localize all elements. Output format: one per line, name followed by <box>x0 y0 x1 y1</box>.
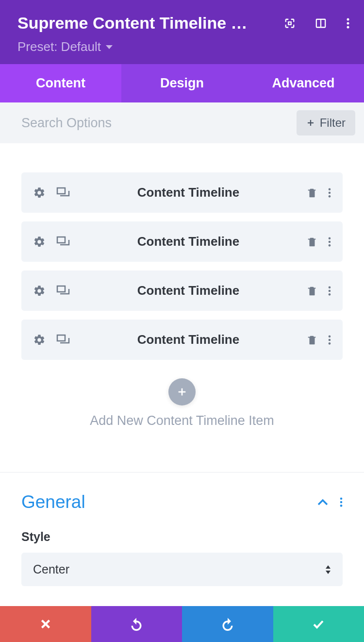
duplicate-icon[interactable] <box>56 236 70 248</box>
svg-point-20 <box>329 293 331 296</box>
timeline-item[interactable]: Content Timeline <box>21 270 343 311</box>
more-vertical-icon[interactable] <box>328 237 331 247</box>
timeline-item-label: Content Timeline <box>70 185 307 200</box>
more-vertical-icon[interactable] <box>328 335 331 345</box>
timeline-item-label: Content Timeline <box>70 332 307 347</box>
timeline-item[interactable]: Content Timeline <box>21 172 343 213</box>
svg-point-29 <box>340 505 343 507</box>
trash-icon[interactable] <box>307 285 317 297</box>
style-label: Style <box>21 530 343 544</box>
duplicate-icon[interactable] <box>56 187 70 199</box>
timeline-item[interactable]: Content Timeline <box>21 320 343 360</box>
cancel-button[interactable] <box>0 606 91 642</box>
timeline-item-label: Content Timeline <box>70 283 307 298</box>
columns-icon[interactable] <box>315 18 326 29</box>
undo-icon <box>129 617 144 631</box>
more-vertical-icon[interactable] <box>340 497 343 507</box>
svg-point-28 <box>340 501 343 504</box>
svg-rect-21 <box>57 335 65 341</box>
svg-rect-0 <box>288 22 291 25</box>
more-vertical-icon[interactable] <box>328 187 331 198</box>
svg-marker-6 <box>106 45 113 49</box>
save-button[interactable] <box>273 606 364 642</box>
gear-icon[interactable] <box>33 285 46 297</box>
svg-marker-31 <box>326 571 331 574</box>
select-arrows-icon <box>325 565 331 574</box>
timeline-items-list: Content Timeline Content Timeline <box>0 143 364 472</box>
trash-icon[interactable] <box>307 334 317 346</box>
timeline-item[interactable]: Content Timeline <box>21 221 343 262</box>
svg-point-27 <box>340 497 343 500</box>
svg-point-3 <box>347 18 349 20</box>
svg-marker-30 <box>326 565 331 569</box>
svg-point-14 <box>329 237 331 239</box>
add-new-button[interactable] <box>168 378 196 405</box>
preset-selector[interactable]: Preset: Default <box>17 39 349 54</box>
expand-icon[interactable] <box>284 18 295 29</box>
more-icon[interactable] <box>347 17 349 29</box>
svg-point-22 <box>329 335 331 338</box>
svg-point-4 <box>347 22 349 24</box>
trash-icon[interactable] <box>307 236 317 248</box>
duplicate-icon[interactable] <box>56 334 70 346</box>
search-input[interactable] <box>21 116 297 131</box>
redo-button[interactable] <box>182 606 273 642</box>
gear-icon[interactable] <box>33 236 46 248</box>
preset-prefix: Preset: <box>17 39 57 54</box>
timeline-item-label: Content Timeline <box>70 234 307 249</box>
gear-icon[interactable] <box>33 334 46 346</box>
module-header: Supreme Content Timeline … <box>0 0 364 64</box>
svg-point-19 <box>329 289 331 292</box>
preset-name: Default <box>61 39 101 54</box>
close-icon <box>39 618 52 630</box>
style-select[interactable]: Center <box>21 553 343 586</box>
svg-point-12 <box>329 195 331 198</box>
duplicate-icon[interactable] <box>56 285 70 297</box>
check-icon <box>311 618 326 630</box>
chevron-up-icon[interactable] <box>317 499 328 506</box>
filter-label: Filter <box>320 116 346 130</box>
svg-point-15 <box>329 240 331 243</box>
more-vertical-icon[interactable] <box>328 286 331 296</box>
plus-icon <box>306 118 315 127</box>
svg-point-18 <box>329 286 331 288</box>
tab-design[interactable]: Design <box>121 64 243 102</box>
svg-point-11 <box>329 191 331 194</box>
search-row: Filter <box>0 102 364 143</box>
filter-button[interactable]: Filter <box>297 110 355 135</box>
svg-point-23 <box>329 338 331 341</box>
caret-down-icon <box>106 43 113 51</box>
svg-rect-9 <box>57 188 65 194</box>
gear-icon[interactable] <box>33 186 46 199</box>
svg-point-16 <box>329 244 331 247</box>
style-value: Center <box>33 562 69 576</box>
module-title: Supreme Content Timeline … <box>17 14 248 33</box>
general-section: General Style Center <box>0 473 364 601</box>
svg-point-5 <box>347 26 349 28</box>
add-new-label: Add New Content Timeline Item <box>21 413 343 428</box>
tab-content[interactable]: Content <box>0 64 121 102</box>
svg-rect-13 <box>57 237 65 243</box>
content-area: Content Timeline Content Timeline <box>0 143 364 606</box>
svg-point-10 <box>329 188 331 190</box>
svg-rect-17 <box>57 286 65 292</box>
undo-button[interactable] <box>91 606 182 642</box>
add-new-section: Add New Content Timeline Item <box>21 369 343 453</box>
redo-icon <box>220 617 235 631</box>
general-title[interactable]: General <box>21 492 85 512</box>
tab-advanced[interactable]: Advanced <box>243 64 364 102</box>
footer-actions <box>0 606 364 642</box>
trash-icon[interactable] <box>307 187 317 199</box>
plus-icon <box>177 387 187 397</box>
tabs: Content Design Advanced <box>0 64 364 102</box>
svg-point-24 <box>329 342 331 345</box>
